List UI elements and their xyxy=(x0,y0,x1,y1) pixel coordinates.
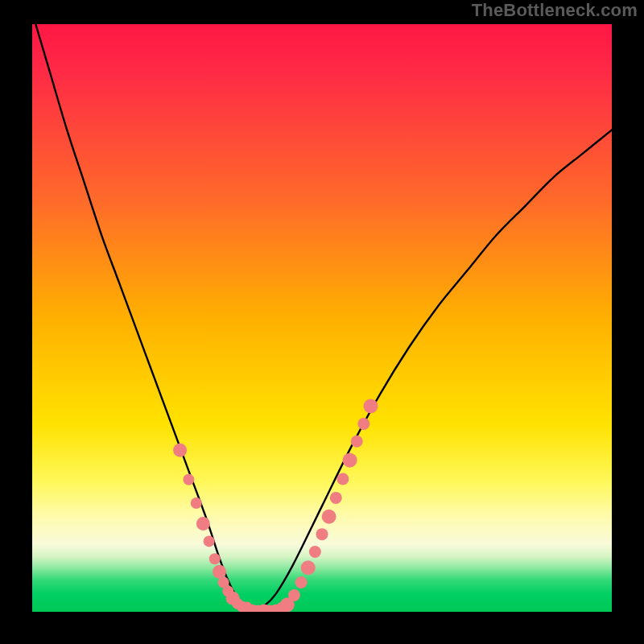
marker-dot xyxy=(196,517,210,530)
marker-dot xyxy=(330,492,342,504)
marker-dot xyxy=(183,474,194,485)
chart-svg xyxy=(0,0,644,644)
marker-dot xyxy=(322,510,336,524)
marker-dot xyxy=(301,560,316,575)
gradient-background xyxy=(32,24,612,612)
marker-dot xyxy=(288,589,300,601)
marker-dot xyxy=(213,565,226,579)
marker-dot xyxy=(295,576,308,588)
marker-dot xyxy=(173,444,187,457)
marker-dot xyxy=(209,553,221,564)
marker-dot xyxy=(191,497,202,509)
chart-frame: TheBottleneck.com xyxy=(0,0,644,644)
marker-dot xyxy=(316,528,328,540)
marker-dot xyxy=(363,399,378,414)
marker-dot xyxy=(336,473,349,485)
marker-dot xyxy=(204,535,215,547)
marker-dot xyxy=(309,546,321,558)
marker-dot xyxy=(357,418,369,430)
marker-dot xyxy=(351,436,363,448)
marker-dot xyxy=(343,453,357,468)
